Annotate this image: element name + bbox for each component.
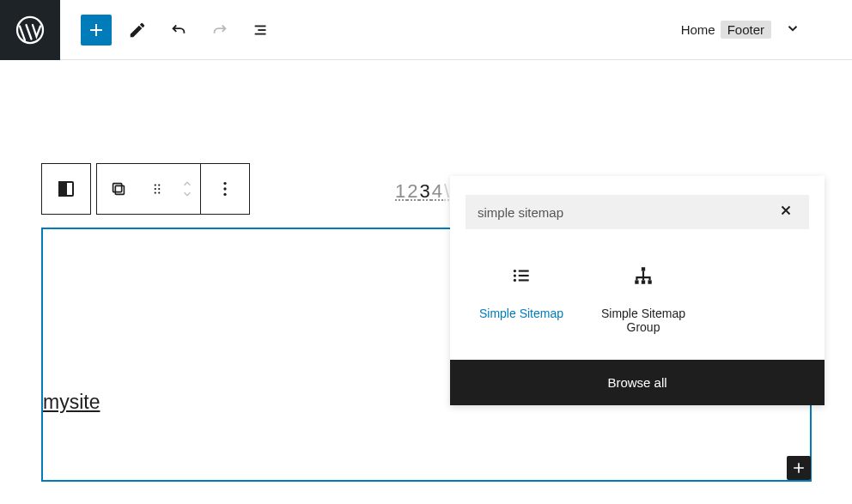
undo-button[interactable] xyxy=(163,15,194,46)
wordpress-logo[interactable] xyxy=(0,0,60,60)
svg-rect-5 xyxy=(59,182,66,196)
svg-rect-2 xyxy=(258,29,265,31)
inserter-search-input[interactable] xyxy=(478,205,775,220)
svg-point-9 xyxy=(158,184,160,185)
svg-point-12 xyxy=(155,191,156,193)
drag-handle-icon[interactable] xyxy=(140,181,174,197)
svg-rect-20 xyxy=(519,275,529,276)
list-icon xyxy=(466,258,577,293)
svg-point-15 xyxy=(223,187,226,190)
add-block-inline-button[interactable] xyxy=(787,456,811,480)
move-up-icon[interactable] xyxy=(181,179,193,188)
edit-tool-button[interactable] xyxy=(122,15,153,46)
svg-point-13 xyxy=(158,191,160,193)
toolbar-left xyxy=(60,15,277,46)
svg-point-8 xyxy=(155,184,156,185)
svg-point-11 xyxy=(158,188,160,190)
inserter-popover: Simple Sitemap Simple Sitemap Group Brow… xyxy=(450,176,825,405)
svg-rect-1 xyxy=(255,25,266,27)
breadcrumb-root[interactable]: Home xyxy=(681,22,715,37)
svg-rect-18 xyxy=(519,270,529,272)
inserter-search-row xyxy=(466,195,809,229)
breadcrumb: Home Footer xyxy=(681,21,852,39)
move-arrows xyxy=(174,179,200,198)
svg-rect-26 xyxy=(648,280,651,283)
svg-point-21 xyxy=(514,279,516,282)
svg-rect-3 xyxy=(255,33,266,34)
svg-rect-23 xyxy=(642,267,645,270)
block-toolbar xyxy=(41,163,250,215)
breadcrumb-current[interactable]: Footer xyxy=(721,21,771,39)
page-numbers: 1234\ xyxy=(395,180,451,203)
more-options-icon[interactable] xyxy=(201,164,249,214)
svg-rect-24 xyxy=(635,280,638,283)
chevron-down-icon[interactable] xyxy=(785,21,800,39)
svg-rect-25 xyxy=(642,280,645,283)
list-view-button[interactable] xyxy=(246,15,277,46)
hierarchy-icon xyxy=(587,258,699,293)
svg-rect-7 xyxy=(113,184,122,192)
svg-point-17 xyxy=(514,270,516,272)
svg-point-10 xyxy=(155,188,156,190)
template-part-icon[interactable] xyxy=(42,164,90,214)
top-bar: Home Footer xyxy=(0,0,852,60)
svg-point-14 xyxy=(223,182,226,185)
site-title[interactable]: mysite xyxy=(43,391,100,414)
svg-rect-6 xyxy=(115,185,124,194)
add-block-button[interactable] xyxy=(81,15,112,46)
clear-search-icon[interactable] xyxy=(775,199,797,225)
svg-rect-22 xyxy=(519,279,529,281)
move-down-icon[interactable] xyxy=(181,190,193,198)
copy-icon[interactable] xyxy=(97,179,140,198)
inserter-results: Simple Sitemap Simple Sitemap Group xyxy=(450,241,825,360)
block-simple-sitemap[interactable]: Simple Sitemap xyxy=(466,258,577,334)
browse-all-button[interactable]: Browse all xyxy=(450,360,825,405)
block-simple-sitemap-group[interactable]: Simple Sitemap Group xyxy=(587,258,699,334)
svg-point-19 xyxy=(514,274,516,276)
redo-button xyxy=(204,15,235,46)
svg-point-16 xyxy=(223,193,226,196)
